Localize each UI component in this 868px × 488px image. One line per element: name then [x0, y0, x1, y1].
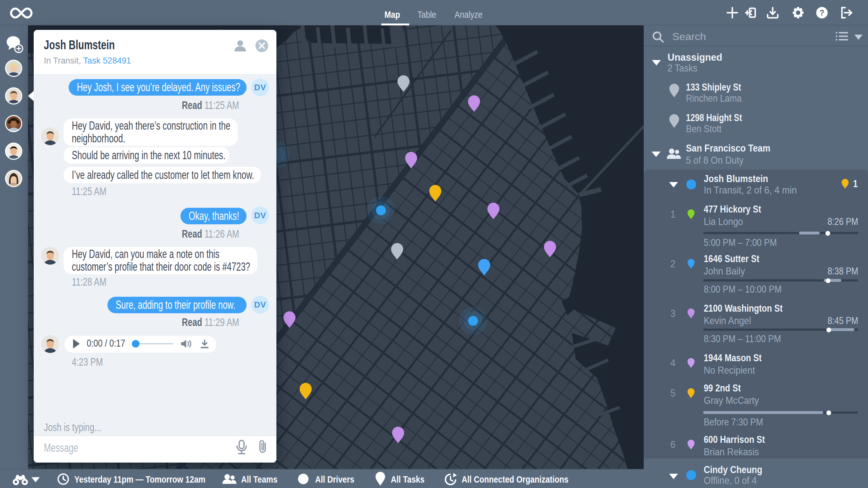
svg-text:?: ?	[819, 8, 824, 17]
